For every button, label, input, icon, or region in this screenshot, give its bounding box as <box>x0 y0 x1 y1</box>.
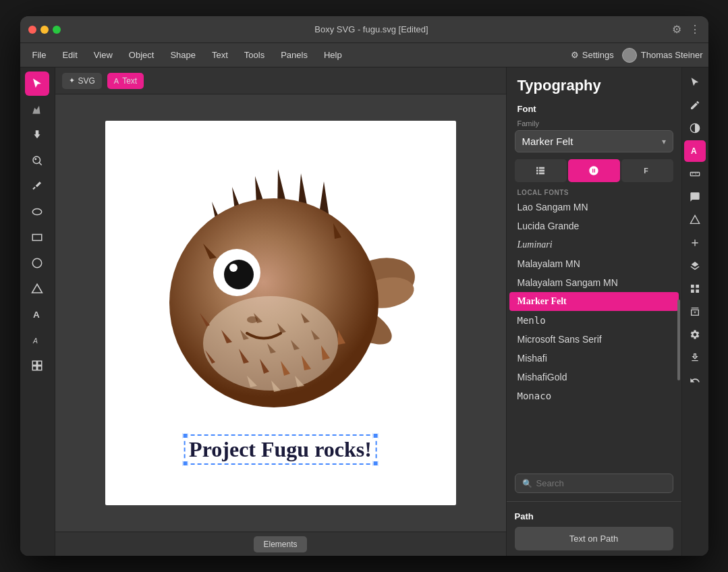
shape-icon[interactable] <box>684 209 706 231</box>
font-search-box[interactable]: 🔍 <box>515 474 673 493</box>
select-tool[interactable] <box>25 72 49 96</box>
grid-icon[interactable] <box>684 278 706 299</box>
canvas-wrapper[interactable]: Project Fugu rocks! <box>55 94 506 532</box>
panel-divider <box>507 501 681 502</box>
menu-edit[interactable]: Edit <box>55 47 84 63</box>
svg-rect-4 <box>32 235 42 241</box>
svg-rect-10 <box>32 366 36 370</box>
all-fonts-tab[interactable] <box>515 159 567 182</box>
font-list-area: LOCAL FONTS Lao Sangam MN Lucida Grande … <box>507 186 681 469</box>
text-tab-label: Text <box>122 76 137 86</box>
svg-rect-50 <box>536 173 538 175</box>
handle-top-left[interactable] <box>182 433 188 438</box>
svg-point-22 <box>203 296 338 391</box>
menu-tools[interactable]: Tools <box>237 47 271 63</box>
text-element[interactable]: Project Fugu rocks! <box>184 434 377 465</box>
handle-top-right[interactable] <box>373 433 379 438</box>
export-icon[interactable] <box>684 347 706 368</box>
font-item-lao[interactable]: Lao Sangam MN <box>509 198 679 217</box>
archive-icon[interactable] <box>684 301 706 322</box>
close-button[interactable] <box>28 26 36 34</box>
settings-icon: ⚙ <box>571 50 579 60</box>
frame-tool[interactable] <box>25 353 49 378</box>
zoom-tool[interactable] <box>25 148 49 173</box>
canvas-toolbar: ✦ SVG A Text <box>55 67 506 94</box>
scrollbar-track <box>677 186 680 469</box>
canvas[interactable]: Project Fugu rocks! <box>105 121 456 505</box>
minimize-button[interactable] <box>40 26 49 34</box>
font-item-malayalam-sangam[interactable]: Malayalam Sangam MN <box>509 273 679 292</box>
svg-point-1 <box>34 158 36 160</box>
contrast-icon[interactable] <box>684 117 706 139</box>
svg-point-3 <box>32 209 42 215</box>
font-item-mishafi[interactable]: Mishafi <box>509 349 679 368</box>
ruler-icon[interactable] <box>684 163 706 185</box>
canvas-bottom: Elements <box>55 532 506 556</box>
titlebar-actions: ⚙ ⋮ <box>672 23 700 36</box>
font-item-malayalam-mn[interactable]: Malayalam MN <box>509 254 679 273</box>
font-item-luminari[interactable]: Luminari <box>509 235 679 254</box>
text-tool[interactable]: A <box>25 302 49 326</box>
plus-icon[interactable] <box>684 232 706 254</box>
gear-icon[interactable] <box>684 324 706 345</box>
maximize-button[interactable] <box>53 26 61 34</box>
app-window: Boxy SVG - fugu.svg [Edited] ⚙ ⋮ File Ed… <box>20 16 708 556</box>
undo-icon[interactable] <box>684 370 706 391</box>
svg-text:A: A <box>33 310 40 320</box>
svg-text:A: A <box>32 337 38 345</box>
ellipse-tool[interactable] <box>25 200 49 224</box>
settings-button[interactable]: ⚙ Settings <box>571 50 614 60</box>
text-alt-tool[interactable]: A <box>25 328 49 352</box>
font-family-dropdown[interactable]: Marker Felt ▾ <box>515 130 673 152</box>
menubar: File Edit View Object Shape Text Tools P… <box>20 43 708 67</box>
pencil-icon[interactable] <box>684 94 706 116</box>
menu-text[interactable]: Text <box>205 47 235 63</box>
svg-line-2 <box>39 163 42 165</box>
scrollbar-thumb[interactable] <box>677 299 680 380</box>
comment-icon[interactable] <box>684 186 706 208</box>
font-item-lucida[interactable]: Lucida Grande <box>509 217 679 235</box>
menu-help[interactable]: Help <box>317 47 349 63</box>
typography-panel: Typography Font Family Marker Felt ▾ F <box>506 67 681 556</box>
typography-icon[interactable]: A <box>684 140 706 162</box>
google-fonts-tab[interactable]: F <box>621 159 673 182</box>
rectangle-tool[interactable] <box>25 225 49 250</box>
canvas-text-content: Project Fugu rocks! <box>189 437 372 461</box>
font-search-input[interactable] <box>536 478 666 488</box>
pan-tool[interactable] <box>25 123 49 147</box>
svg-point-25 <box>229 264 237 272</box>
font-item-marker-felt[interactable]: Marker Felt <box>509 292 679 311</box>
circle-tool[interactable] <box>25 251 49 275</box>
triangle-tool[interactable] <box>25 277 49 301</box>
handle-bottom-left[interactable] <box>182 461 188 466</box>
elements-button[interactable]: Elements <box>254 536 306 552</box>
font-item-microsoft-sans[interactable]: Microsoft Sans Serif <box>509 330 679 349</box>
user-button[interactable]: Thomas Steiner <box>622 48 703 63</box>
pointer-icon[interactable] <box>684 72 706 93</box>
menu-file[interactable]: File <box>26 47 53 63</box>
canvas-area: ✦ SVG A Text <box>55 67 506 556</box>
layers-icon[interactable] <box>684 255 706 277</box>
font-section-title: Font <box>507 100 681 117</box>
node-tool[interactable] <box>25 97 49 121</box>
menubar-right: ⚙ Settings Thomas Steiner <box>571 48 703 63</box>
menu-panels[interactable]: Panels <box>274 47 314 63</box>
system-fonts-tab[interactable] <box>568 159 620 182</box>
menu-object[interactable]: Object <box>122 47 161 63</box>
svg-rect-52 <box>539 170 544 172</box>
pen-tool[interactable] <box>25 174 49 198</box>
svg-rect-49 <box>536 170 538 172</box>
more-icon[interactable]: ⋮ <box>690 23 700 36</box>
menu-shape[interactable]: Shape <box>163 47 202 63</box>
font-item-menlo[interactable]: Menlo <box>509 311 679 330</box>
puzzle-icon[interactable]: ⚙ <box>672 23 681 36</box>
font-item-monaco[interactable]: Monaco <box>509 387 679 405</box>
svg-rect-9 <box>38 361 42 365</box>
text-on-path-button[interactable]: Text on Path <box>515 527 673 550</box>
svg-tab[interactable]: ✦ SVG <box>62 73 102 89</box>
font-family-name: Marker Felt <box>522 136 573 147</box>
font-item-mishafi-gold[interactable]: MishafiGold <box>509 368 679 387</box>
text-tab[interactable]: A Text <box>107 73 144 89</box>
menu-view[interactable]: View <box>87 47 119 63</box>
handle-bottom-right[interactable] <box>373 461 379 466</box>
